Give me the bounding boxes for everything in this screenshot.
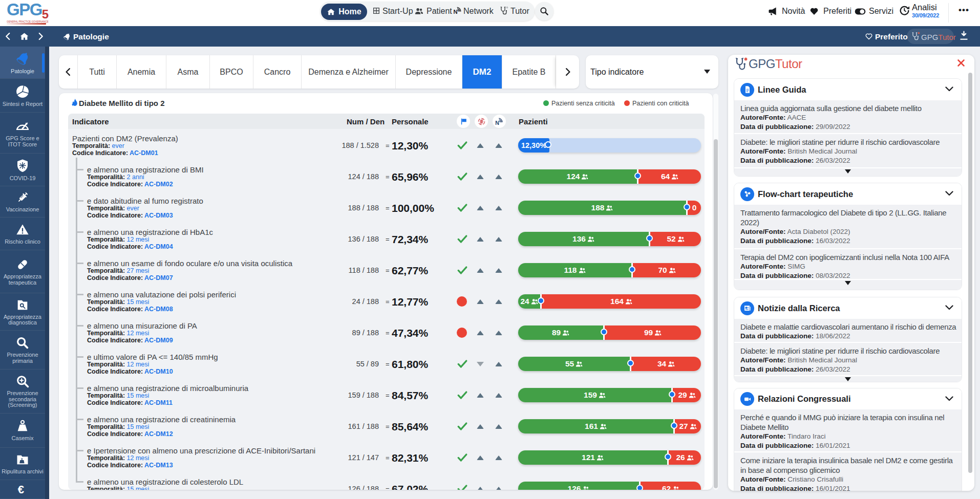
svg-text:€: €: [18, 483, 24, 496]
svg-text:N: N: [453, 9, 457, 15]
svg-text:N: N: [495, 119, 499, 125]
